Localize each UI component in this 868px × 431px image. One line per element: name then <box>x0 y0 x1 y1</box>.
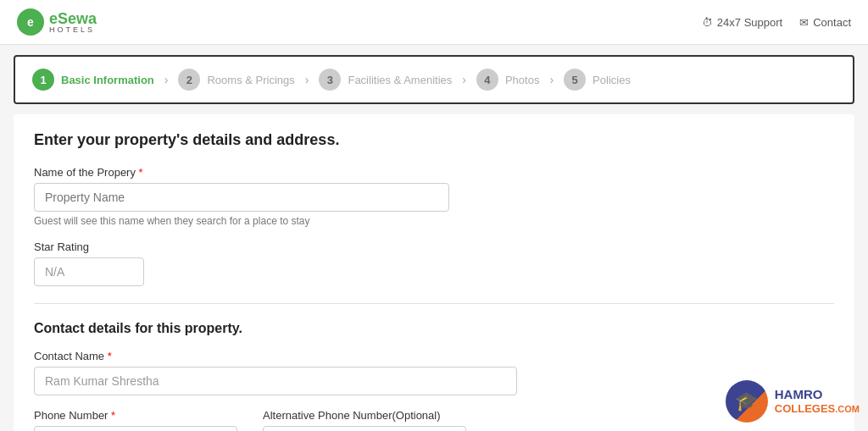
contact-name-label: Contact Name * <box>34 350 834 362</box>
step-2-label: Rooms & Pricings <box>207 74 294 86</box>
phone-label: Phone Number * <box>34 409 237 422</box>
step-3-label: Facilities & Amenities <box>348 74 452 86</box>
watermark-colleges: COLLEGES.COM <box>775 402 860 416</box>
mail-icon: ✉ <box>799 16 809 29</box>
property-name-input[interactable] <box>34 183 449 212</box>
contact-name-group: Contact Name * <box>34 350 834 395</box>
alt-phone-input[interactable] <box>263 426 466 431</box>
phone-required-marker: * <box>111 409 115 422</box>
required-marker: * <box>139 166 143 179</box>
phone-input[interactable] <box>34 426 237 431</box>
phone-row: Phone Number * Alternative Phone Number(… <box>34 409 834 431</box>
step-4-label: Photos <box>505 74 539 86</box>
property-name-hint: Guest will see this name when they searc… <box>34 215 834 227</box>
watermark-icon: 🎓 <box>726 380 768 423</box>
alt-phone-group: Alternative Phone Number(Optional) <box>263 409 466 431</box>
step-1-label: Basic Information <box>61 74 154 86</box>
logo-icon: e <box>17 8 44 36</box>
contact-required-marker: * <box>108 350 112 362</box>
logo-text: eSewa HOTELS <box>49 11 97 34</box>
step-4-circle: 4 <box>476 69 498 91</box>
step-3-circle: 3 <box>319 69 341 91</box>
logo-hotels: HOTELS <box>49 26 97 34</box>
step-5-circle: 5 <box>564 69 586 91</box>
step-2-circle: 2 <box>178 69 200 91</box>
step-5[interactable]: 5 Policies <box>564 69 631 91</box>
contact-section-title: Contact details for this property. <box>34 321 834 336</box>
watermark-hamro: HAMRO <box>775 387 860 402</box>
alt-phone-label: Alternative Phone Number(Optional) <box>263 409 466 422</box>
step-3[interactable]: 3 Facilities & Amenities <box>319 69 452 91</box>
steps-bar: 1 Basic Information › 2 Rooms & Pricings… <box>14 55 854 104</box>
star-rating-label: Star Rating <box>34 240 834 253</box>
step-4[interactable]: 4 Photos <box>476 69 539 91</box>
logo: e eSewa HOTELS <box>17 8 97 36</box>
clock-icon: ⏱ <box>702 16 713 29</box>
property-name-label: Name of the Propery * <box>34 166 834 179</box>
property-name-group: Name of the Propery * Guest will see thi… <box>34 166 834 227</box>
header: e eSewa HOTELS ⏱ 24x7 Support ✉ Contact <box>0 0 868 45</box>
contact-name-input[interactable] <box>34 367 517 395</box>
star-rating-group: Star Rating <box>34 240 834 286</box>
arrow-4: › <box>549 73 554 86</box>
step-5-label: Policies <box>593 74 631 86</box>
arrow-3: › <box>462 73 466 86</box>
arrow-2: › <box>305 73 309 86</box>
contact-link[interactable]: ✉ Contact <box>799 16 851 29</box>
step-1[interactable]: 1 Basic Information <box>32 69 154 91</box>
section-title: Enter your property's details and addres… <box>34 131 834 149</box>
step-1-circle: 1 <box>32 69 54 91</box>
section-divider <box>34 303 834 304</box>
header-actions: ⏱ 24x7 Support ✉ Contact <box>702 16 851 29</box>
phone-group: Phone Number * <box>34 409 237 431</box>
watermark: 🎓 HAMRO COLLEGES.COM <box>726 380 860 423</box>
star-rating-input[interactable] <box>34 257 144 286</box>
logo-esewa: eSewa <box>49 11 97 26</box>
support-link[interactable]: ⏱ 24x7 Support <box>702 16 782 29</box>
watermark-text: HAMRO COLLEGES.COM <box>775 387 860 416</box>
arrow-1: › <box>164 73 169 86</box>
step-2[interactable]: 2 Rooms & Pricings <box>178 69 294 91</box>
